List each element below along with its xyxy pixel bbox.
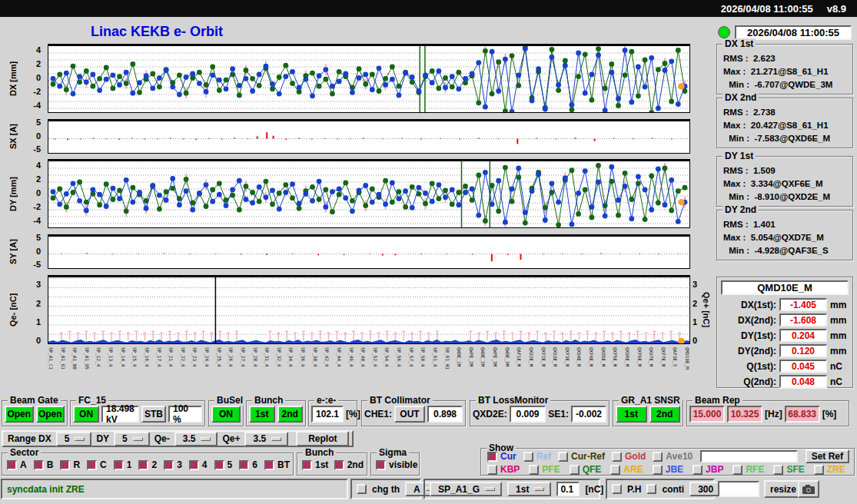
checkbox-box[interactable] (214, 460, 224, 470)
busel-title: BuSel (214, 395, 245, 406)
checkbox-box[interactable] (239, 460, 249, 470)
show-checkbox-are[interactable]: ARE (610, 464, 643, 475)
show-checkbox-cur[interactable]: Cur (487, 451, 517, 462)
monitor-row-value: 0.048 (779, 375, 827, 388)
show-checkbox-jbp[interactable]: JBP (693, 464, 723, 475)
checkbox-box[interactable] (612, 452, 622, 462)
show-checkbox-qfe[interactable]: QFE (570, 464, 602, 475)
checkbox-box[interactable] (653, 465, 663, 475)
che1-state-button[interactable]: OUT (394, 406, 425, 423)
checkbox-box[interactable] (60, 460, 70, 470)
fc15-on-button[interactable]: ON (73, 406, 99, 423)
checkbox-box[interactable] (87, 460, 97, 470)
monitor-row-label: DX(1st): (741, 300, 776, 310)
checkbox-box[interactable] (264, 460, 274, 470)
bpm-name-label: S8_61_H1 (445, 347, 450, 370)
show-checkbox-kbp[interactable]: KBP (487, 464, 520, 475)
sector-checkbox-3[interactable]: 3 (164, 459, 182, 470)
checkbox-box[interactable] (7, 460, 17, 470)
sigma-checkbox-visible[interactable]: visible (376, 459, 417, 470)
fc15-stb-button[interactable]: STB (141, 406, 166, 423)
show-checkbox-sfe[interactable]: SFE (773, 464, 804, 475)
show-checkbox-ref[interactable]: Ref (523, 451, 551, 462)
ph-checkbox[interactable] (612, 484, 622, 494)
show-checkbox-zre[interactable]: ZRE (814, 464, 845, 475)
charge-plot[interactable] (48, 275, 690, 344)
checkbox-box[interactable] (164, 460, 174, 470)
show-checkbox-cur-ref[interactable]: Cur-Ref (558, 451, 605, 462)
checkbox-box[interactable] (653, 452, 663, 462)
sp-select-dropdown[interactable]: SP_A1_G (430, 482, 502, 496)
sector-checkbox-5[interactable]: 5 (214, 459, 233, 470)
sector-checkbox-a[interactable]: A (7, 459, 27, 470)
set-ref-button[interactable]: Set Ref (806, 449, 849, 463)
replot-button[interactable]: Replot (296, 431, 349, 446)
snsr-1st-button[interactable]: 1st (616, 406, 647, 423)
stat-max: Max : 5.054@QXD7E_M (723, 231, 848, 244)
bpm-name-label: SP_42_4 (324, 347, 329, 366)
sector-checkbox-1[interactable]: 1 (114, 459, 132, 470)
beam-gate-2-button[interactable]: Open (36, 406, 65, 423)
snapshot-button[interactable] (798, 480, 819, 498)
bunch-1st-button[interactable]: 1st (249, 406, 275, 423)
checkbox-box[interactable] (732, 465, 742, 475)
resize-button[interactable]: resize (764, 480, 802, 498)
sector-checkbox-bt[interactable]: BT (264, 459, 290, 470)
sector-checkbox-2[interactable]: 2 (138, 459, 157, 470)
checkbox-box[interactable] (773, 465, 783, 475)
beam-gate-1-button[interactable]: Open (5, 406, 34, 423)
dx-orbit-plot[interactable] (48, 44, 690, 113)
stat-title: DY 2nd (722, 204, 759, 215)
sector-checkbox-b[interactable]: B (34, 459, 54, 470)
bunch-checkbox-1st[interactable]: 1st (302, 459, 328, 470)
sync-message: syncdata init ZRE (7, 484, 85, 495)
ref-name-input[interactable] (700, 450, 797, 463)
sector-checkbox-r[interactable]: R (60, 459, 80, 470)
bpm-name-label: SP_32_4 (277, 347, 281, 366)
range-dropdown-qe-[interactable]: 3.5 (244, 432, 288, 446)
checkbox-box[interactable] (487, 452, 497, 462)
checkbox-box[interactable] (487, 465, 497, 475)
range-dropdown-dy[interactable]: 5 (114, 432, 150, 446)
checkbox-box[interactable] (376, 460, 386, 470)
show-checkbox-ave10[interactable]: Ave10 (653, 451, 693, 462)
sy-steering-plot[interactable] (48, 234, 690, 269)
y-tick-label-right: 0 (693, 336, 697, 345)
conti-checkbox[interactable] (646, 484, 656, 494)
bunch-checkbox-2nd[interactable]: 2nd (334, 459, 364, 470)
checkbox-box[interactable] (814, 465, 824, 475)
sector-checkbox-4[interactable]: 4 (189, 459, 208, 470)
checkbox-box[interactable] (138, 460, 148, 470)
threshold-input[interactable] (556, 482, 580, 496)
show-checkbox-gold[interactable]: Gold (612, 451, 646, 462)
checkbox-box[interactable] (523, 452, 533, 462)
checkbox-box[interactable] (34, 460, 44, 470)
checkbox-box[interactable] (558, 452, 568, 462)
checkbox-box[interactable] (529, 465, 539, 475)
range-dropdown-range-dx[interactable]: 5 (56, 432, 92, 446)
checkbox-box[interactable] (693, 465, 703, 475)
show-checkbox-pfe[interactable]: PFE (529, 464, 560, 475)
ee-ratio-title: e-:e- (314, 395, 338, 406)
extra-input[interactable] (718, 481, 759, 497)
checkbox-box[interactable] (570, 465, 580, 475)
sector-checkbox-6[interactable]: 6 (239, 459, 257, 470)
checkbox-box[interactable] (189, 460, 199, 470)
show-checkbox-jbe[interactable]: JBE (653, 464, 683, 475)
stat-rms: RMS : 2.623 (723, 52, 848, 65)
range-dropdown-qe-[interactable]: 3.5 (174, 432, 218, 446)
checkbox-box[interactable] (334, 460, 344, 470)
snsr-2nd-button[interactable]: 2nd (649, 406, 681, 423)
busel-on-button[interactable]: ON (211, 406, 241, 423)
chg-th-checkbox[interactable] (357, 484, 367, 494)
bt-collimator-group: BT Collimator CHE1: OUT 0.898 (361, 400, 466, 426)
sx-steering-plot[interactable] (48, 119, 690, 154)
checkbox-box[interactable] (302, 460, 312, 470)
sector-checkbox-c[interactable]: C (87, 459, 107, 470)
checkbox-box[interactable] (610, 465, 620, 475)
show-checkbox-rfe[interactable]: RFE (732, 464, 764, 475)
checkbox-box[interactable] (114, 460, 124, 470)
bunch-select-dropdown[interactable]: 1st (507, 482, 551, 496)
dy-orbit-plot[interactable] (48, 159, 690, 228)
bunch-2nd-button[interactable]: 2nd (277, 406, 304, 423)
